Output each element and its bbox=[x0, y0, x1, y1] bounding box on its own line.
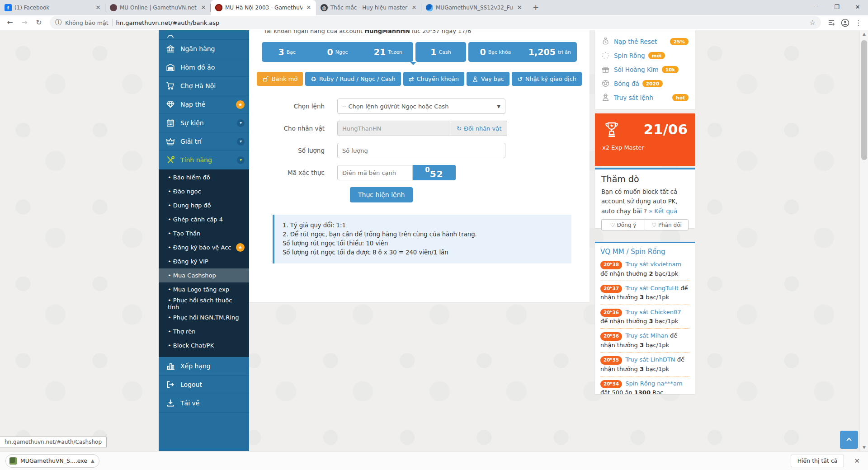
installer-favicon bbox=[426, 4, 433, 11]
sidebar-subitem-dao-ngoc[interactable]: Đào ngọc bbox=[159, 184, 249, 198]
feed-link[interactable]: Truy sát LinhDTN bbox=[625, 356, 675, 363]
sidebar-item-logout[interactable]: Logout bbox=[159, 376, 249, 394]
tab-installer[interactable]: MUGamethuVN_SS12v32_Full ✕ bbox=[421, 0, 527, 15]
sidebar-subitem-bao-hiem-do[interactable]: Bảo hiểm đồ bbox=[159, 170, 249, 184]
link-nap-the-reset[interactable]: $ Nạp thẻ Reset 25% bbox=[601, 34, 691, 48]
tab-close-icon[interactable]: ✕ bbox=[410, 4, 418, 11]
menu-kebab-icon[interactable]: ⋮ bbox=[853, 17, 864, 28]
maximize-button[interactable]: ❐ bbox=[826, 0, 847, 15]
tab-mu-hanoi-active[interactable]: MU Hà Nội 2003 - GamethuVN.n ✕ bbox=[211, 0, 316, 15]
link-spin-rong[interactable]: Spin Rồng mới bbox=[601, 48, 691, 62]
sidebar-item-hom-do-ao[interactable]: Hòm đồ ảo bbox=[159, 58, 249, 77]
sidebar-subitem-dang-ky-bao-ve-acc[interactable]: Đăng ký bảo vệ Acc★ bbox=[159, 240, 249, 254]
trophy-icon bbox=[602, 120, 621, 139]
exchange-notes: 1. Tỷ giá quy đổi: 1:1 2. Để rút ngọc, b… bbox=[273, 215, 571, 263]
sidebar-item-ngan-hang[interactable]: Ngân hàng bbox=[159, 40, 249, 58]
page-scrollbar[interactable]: ▲ ▼ bbox=[859, 30, 868, 451]
reading-list-icon[interactable] bbox=[826, 17, 837, 28]
tab-close-icon[interactable]: ✕ bbox=[200, 4, 207, 11]
captcha-image[interactable]: 0 52 bbox=[413, 165, 456, 180]
sidebar-subitem-dang-ky-vip[interactable]: Đăng ký VIP bbox=[159, 254, 249, 268]
sidebar-subitem-tho-ren[interactable]: Thợ rèn bbox=[159, 324, 249, 338]
download-chevron-icon[interactable]: ▲ bbox=[91, 458, 94, 463]
quantity-input[interactable] bbox=[337, 143, 505, 158]
tab-close-icon[interactable]: ✕ bbox=[94, 4, 102, 11]
sidebar-item-tinh-nang[interactable]: Tính năng ▾ bbox=[159, 151, 249, 169]
broken-heart-icon: ♡ bbox=[651, 222, 656, 228]
download-item[interactable]: MUGamethuVN_S....exe ▲ bbox=[5, 454, 99, 468]
feed-item: 20ʰ36 Truy sát Chicken07 để nhận thưởng … bbox=[600, 308, 689, 329]
history-icon: ↺ bbox=[517, 75, 523, 83]
sidebar-item-cho-ha-noi[interactable]: Chợ Hà Nội bbox=[159, 77, 249, 95]
refresh-icon: ↻ bbox=[457, 125, 462, 132]
borrow-silver-button[interactable]: Vay bạc bbox=[467, 72, 509, 86]
feed-link[interactable]: Truy sát CongTuHt bbox=[625, 285, 679, 291]
character-input[interactable] bbox=[337, 121, 451, 136]
sidebar-subitem-dung-hop-do[interactable]: Dung hợp đồ bbox=[159, 198, 249, 212]
scrollbar-up-icon[interactable]: ▲ bbox=[860, 30, 868, 38]
link-truy-sat-lenh[interactable]: Truy sát lệnh hot bbox=[601, 90, 691, 104]
sidebar-item-partial[interactable] bbox=[159, 30, 249, 40]
address-bar[interactable]: ⓘ Không bảo mật hn.gamethuvn.net/#auth/b… bbox=[50, 16, 821, 29]
new-tab-button[interactable]: + bbox=[529, 1, 542, 14]
captcha-input[interactable] bbox=[337, 165, 413, 180]
bank-open-button[interactable]: Bank mở bbox=[257, 72, 303, 86]
info-icon[interactable]: ⓘ bbox=[55, 19, 61, 27]
bank-form: Chọn lệnh -- Chọn lệnh gửi/rút Ngọc hoặc… bbox=[249, 99, 590, 202]
convert-ruby-button[interactable]: ♻ Ruby / Ruud / Ngọc / Cash bbox=[305, 72, 401, 86]
show-all-downloads-button[interactable]: Hiển thị tất cả bbox=[791, 455, 844, 467]
event-banner[interactable]: 21/06 x2 Exp Master bbox=[595, 113, 695, 166]
transfer-button[interactable]: ⇄ Chuyển khoản bbox=[403, 72, 464, 86]
sidebar-subitem-ghep-canh-cap-4[interactable]: Ghép cánh cấp 4 bbox=[159, 212, 249, 226]
close-button[interactable]: ✕ bbox=[847, 0, 868, 15]
feed-link[interactable]: Truy sát Mihan bbox=[625, 332, 668, 339]
change-character-button[interactable]: ↻ Đổi nhân vật bbox=[451, 121, 507, 136]
sidebar-item-xep-hang[interactable]: Xếp hạng bbox=[159, 357, 249, 376]
tab-forum[interactable]: ◍ Thắc mắc - Huy hiệu master 2 | G ✕ bbox=[316, 0, 421, 15]
execute-command-button[interactable]: Thực hiện lệnh bbox=[350, 187, 413, 202]
feed-link[interactable]: Truy sát vkvietnam bbox=[625, 261, 681, 268]
time-badge: 20ʰ36 bbox=[600, 332, 622, 341]
balance-tri-an: 1,205tri ân bbox=[523, 42, 577, 62]
character-label: Cho nhân vật bbox=[249, 125, 337, 132]
link-bong-da[interactable]: Bóng đá 2020 bbox=[601, 76, 691, 90]
browser-window: f (1) Facebook ✕ MU Online | GamethuVN.n… bbox=[0, 0, 868, 470]
time-badge: 20ʰ38 bbox=[600, 261, 622, 269]
sidebar-subitem-mua-logo-tang-exp[interactable]: Mua Logo tăng exp bbox=[159, 282, 249, 296]
poll-result-link[interactable]: » Kết quả bbox=[649, 208, 677, 215]
command-select[interactable]: -- Chọn lệnh gửi/rút Ngọc hoặc Cash ▼ bbox=[337, 99, 505, 114]
sidebar-item-giai-tri[interactable]: Giải trí ▾ bbox=[159, 132, 249, 151]
time-badge: 20ʰ37 bbox=[600, 285, 622, 293]
url-text[interactable]: hn.gamethuvn.net/#auth/bank.asp bbox=[116, 19, 806, 26]
profile-avatar-icon[interactable] bbox=[839, 17, 851, 28]
diamond-icon bbox=[166, 100, 175, 109]
sidebar-subitem-tao-than[interactable]: Tạo Thần bbox=[159, 226, 249, 240]
transaction-log-button[interactable]: ↺ Nhật ký giao dịch bbox=[512, 72, 582, 86]
tab-mu-online[interactable]: MU Online | GamethuVN.net - Se ✕ bbox=[105, 0, 211, 15]
bookmark-star-icon[interactable]: ☆ bbox=[810, 19, 816, 27]
download-bar: MUGamethuVN_S....exe ▲ Hiển thị tất cả ✕ bbox=[0, 451, 868, 470]
tab-close-icon[interactable]: ✕ bbox=[516, 4, 523, 11]
sidebar-subitem-mua-cashshop-selected[interactable]: Mua Cashshop bbox=[159, 268, 249, 282]
poll-disagree-button[interactable]: ♡ Phản đối bbox=[645, 219, 689, 230]
reload-icon[interactable]: ↻ bbox=[33, 16, 45, 29]
sidebar-subitem-block-chat-pk[interactable]: Block Chat/PK bbox=[159, 338, 249, 352]
poll-agree-button[interactable]: ♡ Đồng ý bbox=[601, 219, 645, 230]
sidebar-item-nap-the[interactable]: Nạp thẻ ★ bbox=[159, 95, 249, 114]
tab-close-icon[interactable]: ✕ bbox=[305, 4, 312, 11]
scrollbar-down-icon[interactable]: ▼ bbox=[860, 444, 868, 451]
sidebar-item-tai-ve[interactable]: Tải về bbox=[159, 394, 249, 413]
back-icon[interactable]: ← bbox=[4, 16, 16, 29]
sidebar-subitem-phuc-hoi-ngn[interactable]: Phục hồi NGN,TM,Ring bbox=[159, 310, 249, 324]
feed-link[interactable]: Spin Rồng na***am bbox=[625, 380, 682, 387]
scrollbar-thumb[interactable] bbox=[861, 40, 867, 160]
sidebar-subitem-phuc-hoi-sach[interactable]: Phục hồi sách thuộc tính bbox=[159, 296, 249, 310]
minimize-button[interactable]: ─ bbox=[806, 0, 826, 15]
forward-icon[interactable]: → bbox=[18, 16, 31, 29]
download-bar-close-icon[interactable]: ✕ bbox=[851, 457, 863, 465]
link-soi-hoang-kim[interactable]: Sói Hoàng Kim 10k bbox=[601, 62, 691, 76]
scroll-to-top-button[interactable] bbox=[840, 431, 858, 449]
tab-facebook[interactable]: f (1) Facebook ✕ bbox=[0, 0, 105, 15]
sidebar-item-su-kien[interactable]: Sự kiện ▾ bbox=[159, 114, 249, 132]
feed-link[interactable]: Truy sát Chicken07 bbox=[625, 309, 681, 315]
